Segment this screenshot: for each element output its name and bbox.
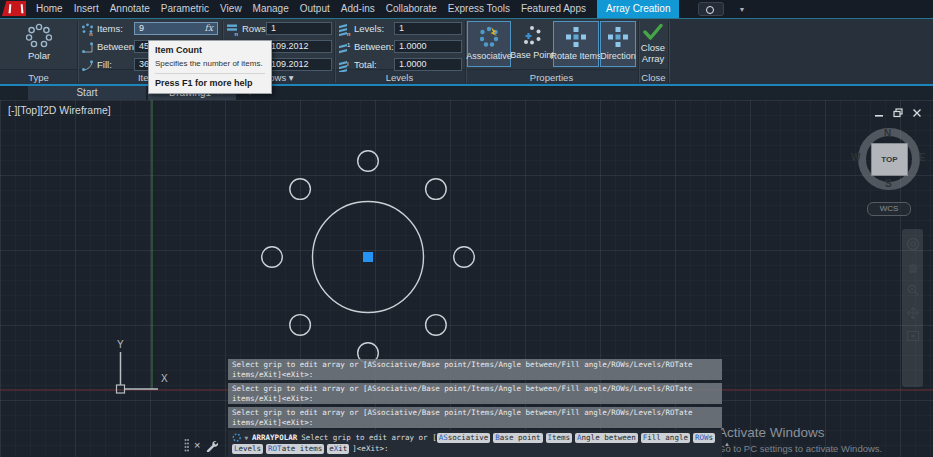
rows-count-field[interactable]: 1 [266, 22, 332, 35]
item-count-tooltip: Item Count Specifies the number of items… [148, 40, 272, 94]
command-option-chip[interactable]: ROWs [693, 433, 715, 443]
command-option-chip[interactable]: ROTate items [266, 444, 324, 454]
tab-insert[interactable]: Insert [74, 0, 99, 18]
command-option-chip[interactable]: Base point [493, 433, 542, 443]
command-option-chip[interactable]: Levels [232, 444, 263, 454]
wcs-dropdown[interactable]: WCS [867, 202, 911, 216]
command-line[interactable]: ▼ ARRAYPOLAR Select grip to edit array o… [228, 430, 722, 457]
close-array-button[interactable]: CloseArray [638, 23, 668, 64]
drawing-window-controls [874, 108, 922, 118]
tab-home[interactable]: Home [36, 0, 63, 18]
ribbon-empty-area [669, 19, 933, 85]
tab-featured-apps[interactable]: Featured Apps [521, 0, 586, 18]
active-command-name: ARRAYPOLAR [252, 432, 297, 443]
orbit-icon[interactable] [906, 306, 920, 320]
viewcube-top-face[interactable]: TOP [871, 143, 908, 176]
close-icon[interactable] [912, 108, 922, 118]
items-count-row: n Items: [81, 22, 123, 35]
full-navigation-wheel-icon[interactable] [906, 237, 920, 251]
array-item-circle[interactable] [426, 179, 447, 200]
chevron-down-icon[interactable]: ▼ [244, 432, 248, 443]
command-option-chip[interactable]: Angle between [575, 433, 638, 443]
activate-windows-watermark-sub: Go to PC settings to activate Windows. [718, 443, 882, 454]
showmotion-icon[interactable] [906, 329, 920, 343]
rotate-items-button[interactable]: Rotate Items [553, 21, 599, 67]
command-scroll-up-icon[interactable]: ▲ [724, 441, 730, 447]
levels-between-row: 1 Between: [338, 40, 394, 53]
base-point-button[interactable]: Base Point [512, 21, 552, 67]
command-history-block: Select grip to edit array or [ASsociativ… [228, 383, 722, 404]
direction-button[interactable]: Direction [600, 21, 636, 67]
associative-icon [477, 25, 501, 49]
base-point-icon [520, 24, 544, 48]
title-bar: Home Insert Annotate Parametric View Man… [0, 0, 933, 18]
file-tab-bar: Start Drawing1* × + [0, 86, 933, 100]
zoom-icon[interactable] [906, 283, 920, 297]
array-center-grip[interactable] [363, 252, 373, 262]
drawing-canvas[interactable]: [-][Top][2D Wireframe] Y X N W E S TOP W… [0, 100, 933, 457]
customize-wrench-icon[interactable] [205, 439, 218, 452]
items-between-row: Between: [81, 40, 137, 53]
close-command-bar-icon[interactable]: × [194, 440, 200, 451]
panel-label-levels: Levels [334, 70, 465, 85]
tab-express-tools[interactable]: Express Tools [448, 0, 510, 18]
pan-hand-icon[interactable] [906, 260, 920, 274]
ucs-x-label: X [161, 373, 168, 384]
associative-button[interactable]: Associative [467, 21, 511, 67]
tooltip-footer: Press F1 for more help [155, 78, 265, 88]
viewcube-north[interactable]: N [884, 128, 891, 139]
ribbon-display-toggle-button[interactable] [698, 2, 724, 16]
file-tab-start[interactable]: Start [28, 86, 146, 100]
direction-icon [606, 25, 630, 49]
viewcube-east[interactable]: E [919, 152, 926, 163]
rows-between-field[interactable]: 109.2012 [266, 40, 332, 53]
command-prompt-text: Select grip to edit array or [ [301, 432, 436, 443]
array-item-circle[interactable] [426, 315, 447, 336]
command-option-chip[interactable]: Fill angle [641, 433, 690, 443]
levels-between-icon: 1 [338, 40, 351, 53]
levels-count-field[interactable]: 1 [394, 22, 462, 35]
tab-annotate[interactable]: Annotate [110, 0, 150, 18]
tab-collaborate[interactable]: Collaborate [386, 0, 437, 18]
tab-add-ins[interactable]: Add-ins [341, 0, 375, 18]
polar-array[interactable] [262, 151, 475, 364]
svg-text:I: I [347, 61, 349, 67]
restore-icon[interactable] [893, 108, 903, 118]
levels-icon: n [338, 22, 351, 35]
chevron-down-icon: ▾ [289, 72, 294, 83]
tab-manage[interactable]: Manage [253, 0, 289, 18]
activate-windows-watermark: Activate Windows [718, 425, 825, 440]
checkmark-icon [643, 23, 663, 41]
drag-handle-icon[interactable] [184, 438, 189, 452]
command-prompt-suffix: ]<eXit>: [352, 443, 388, 454]
tab-array-creation-active[interactable]: Array Creation [597, 0, 679, 18]
array-item-circle[interactable] [358, 151, 379, 172]
tab-view[interactable]: View [220, 0, 242, 18]
command-option-chip[interactable]: ASsociative [437, 433, 491, 443]
viewcube-west[interactable]: W [851, 152, 860, 163]
polar-type-button[interactable]: Polar [18, 23, 60, 62]
minimize-icon[interactable] [874, 108, 884, 118]
navigation-bar [902, 229, 923, 387]
array-item-circle[interactable] [454, 247, 475, 268]
tab-parametric[interactable]: Parametric [161, 0, 209, 18]
tooltip-body: Specifies the number of items. [155, 59, 265, 68]
command-bar-controls: × [184, 438, 218, 452]
array-item-circle[interactable] [262, 247, 283, 268]
chevron-down-icon[interactable]: ▼ [738, 6, 745, 13]
viewcube-south[interactable]: S [885, 178, 892, 189]
rotate-items-icon [564, 25, 588, 49]
array-item-circle[interactable] [290, 179, 311, 200]
levels-between-field[interactable]: 1.0000 [394, 40, 462, 53]
fx-expression-icon[interactable]: fx [205, 23, 213, 34]
items-count-field[interactable]: 9 fx [134, 22, 218, 35]
command-option-chip[interactable]: eXit [327, 444, 349, 454]
autocad-logo-icon[interactable] [2, 1, 26, 16]
ribbon-tab-bar: Home Insert Annotate Parametric View Man… [36, 0, 745, 18]
panel-label-type: Type [0, 70, 77, 85]
tab-output[interactable]: Output [300, 0, 330, 18]
svg-text:n: n [347, 31, 350, 36]
command-option-chip[interactable]: Items [546, 433, 573, 443]
ribbon: Polar Type n Items: 9 fx Between: 45 [0, 18, 933, 84]
array-item-circle[interactable] [290, 315, 311, 336]
